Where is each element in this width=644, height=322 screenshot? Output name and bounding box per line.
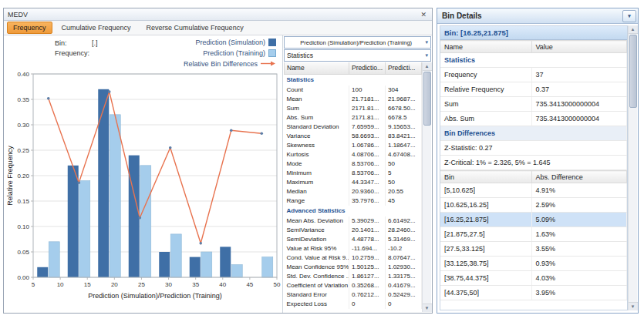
stat-name-cell: SemiVariance xyxy=(285,226,349,235)
scroll-down-icon[interactable]: ▼ xyxy=(629,302,638,310)
stat-value-cell: 304 xyxy=(386,86,422,95)
stats-row[interactable]: Coefficient of Variation0.35268...0.4167… xyxy=(285,281,422,290)
stats-table-container: Name Predictio... Predicti... Statistics… xyxy=(284,62,422,312)
bin-details-scrollbar[interactable]: ▲ ▼ xyxy=(628,25,637,310)
svg-text:0.00: 0.00 xyxy=(17,274,29,281)
stat-value-cell: 20.9360... xyxy=(349,187,386,196)
stats-section-row: Advanced Statistics xyxy=(285,206,422,216)
stats-row[interactable]: Mean21.7181...21.9687... xyxy=(285,95,422,104)
diff-col-abs-difference[interactable]: Abs. Difference xyxy=(531,171,627,183)
scrollbar-thumb[interactable] xyxy=(423,72,431,126)
stat-name-cell: Coefficient of Variation xyxy=(285,281,349,290)
stat-name-cell: Minimum xyxy=(285,169,349,178)
tab-cumulative-frequency[interactable]: Cumulative Frequency xyxy=(56,22,137,34)
chart-legend: Prediction (Simulation) Prediction (Trai… xyxy=(184,37,276,69)
stats-row[interactable]: Abs. Sum2171.81...6678.5 xyxy=(285,113,422,122)
stat-name-cell: Expected Loss xyxy=(285,300,349,309)
column-selector-dropdown[interactable]: Prediction (Simulation)/Prediction (Trai… xyxy=(284,36,431,49)
stat-value-cell: 1.86127... xyxy=(349,272,386,281)
stat-value-cell: 0.35268... xyxy=(349,281,386,290)
stat-value-cell: 100 xyxy=(349,86,386,95)
stat-name-cell: Standard Deviation xyxy=(285,122,349,132)
stat-value-cell: 45 xyxy=(386,196,422,206)
chart-pane: Bin: [.] Frequency: Prediction (Simulati… xyxy=(4,35,282,313)
legend-item-simulation: Prediction (Simulation) xyxy=(195,37,276,47)
stats-row[interactable]: Minimum8.53706...5 xyxy=(285,169,422,178)
bin-stats-table: Name Value Statistics Frequency37Relativ… xyxy=(440,40,627,126)
scroll-down-icon[interactable]: ▼ xyxy=(423,304,432,312)
stat-value-cell: 1.50125... xyxy=(349,263,386,272)
stats-row[interactable]: Standard Deviation7.65959...9.15653... xyxy=(285,122,422,132)
stat-value-cell: 8.53706... xyxy=(349,169,386,178)
stats-row[interactable]: Kurtosis4.08706...4.67408... xyxy=(285,150,422,159)
bin-details-header[interactable]: Bin Details ▾ xyxy=(437,8,638,24)
scrollbar-thumb[interactable] xyxy=(629,35,637,108)
stats-row[interactable]: Mode8.53706...50 xyxy=(285,159,422,169)
tab-bar: Frequency Cumulative Frequency Reverse C… xyxy=(4,21,432,35)
svg-text:Relative Frequency: Relative Frequency xyxy=(6,146,14,206)
stats-col-prediction-training[interactable]: Predicti... xyxy=(386,62,422,74)
stats-row[interactable]: SemiDeviation4.48778...5.31469... xyxy=(285,235,422,244)
svg-text:0.05: 0.05 xyxy=(17,249,29,256)
stats-row[interactable]: Expected Loss00 xyxy=(285,300,422,309)
bin-col-value[interactable]: Value xyxy=(531,41,627,53)
svg-text:50: 50 xyxy=(274,281,281,288)
stats-scrollbar[interactable]: ▲ ▼ xyxy=(422,62,431,312)
bin-diff-row[interactable]: [38.75,44.375]4.03% xyxy=(440,271,627,286)
svg-text:20: 20 xyxy=(111,281,118,288)
bin-diff-row[interactable]: [33.125,38.75]0.93% xyxy=(440,257,627,271)
bin-diff-row[interactable]: [16.25,21.875]5.09% xyxy=(440,213,627,227)
frequency-chart[interactable]: 0.000.050.100.150.200.250.300.350.405101… xyxy=(5,69,285,311)
diff-value-cell: 3.55% xyxy=(531,242,627,257)
svg-text:0.25: 0.25 xyxy=(17,147,29,154)
diff-col-bin[interactable]: Bin xyxy=(440,171,531,183)
legend-label-simulation: Prediction (Simulation) xyxy=(195,39,265,46)
scroll-up-icon[interactable]: ▲ xyxy=(423,62,432,71)
bin-diff-row[interactable]: [10.625,16.25]2.59% xyxy=(440,198,627,213)
bin-details-dropdown-button[interactable]: ▾ xyxy=(622,10,636,22)
hover-bin-label: Bin: xyxy=(55,39,92,49)
stat-value-cell: 5.39029... xyxy=(349,216,386,226)
diff-value-cell: 4.91% xyxy=(531,183,627,198)
stats-row[interactable]: Maximum44.3347...50 xyxy=(285,178,422,187)
stat-value-cell: 28.2460... xyxy=(386,226,422,235)
svg-text:10: 10 xyxy=(57,281,64,288)
stats-col-name[interactable]: Name xyxy=(285,62,349,74)
bin-diff-row[interactable]: [5,10.625]4.91% xyxy=(440,183,627,198)
stats-row[interactable]: Sum2171.81...6678.50... xyxy=(285,104,422,113)
stats-row[interactable]: Std. Dev. Confidence ...1.86127...1.3317… xyxy=(285,272,422,281)
stats-row[interactable]: Skewness1.06786...1.18647... xyxy=(285,141,422,150)
close-icon[interactable]: ✕ xyxy=(419,11,428,18)
hover-frequency-label: Frequency: xyxy=(55,49,92,59)
bin-diff-row[interactable]: [44.375,50]3.95% xyxy=(440,286,627,300)
stats-row[interactable]: Mean Confidence 95%1.50125...1.02930... xyxy=(285,263,422,272)
legend-item-differences: Relative Bin Differences xyxy=(184,59,276,69)
bin-differences-table: Bin Abs. Difference [5,10.625]4.91%[10.6… xyxy=(440,170,627,300)
stats-table: Name Predictio... Predicti... Statistics… xyxy=(284,62,422,309)
stats-col-prediction-simulation[interactable]: Predictio... xyxy=(349,62,386,74)
stat-value-cell: 2171.81... xyxy=(349,104,386,113)
stat-value-cell: 1.06786... xyxy=(349,141,386,150)
stat-name-cell: Mean Confidence 95% xyxy=(285,263,349,272)
stat-name-cell: Sum xyxy=(285,104,349,113)
stat-name-cell: Variance xyxy=(285,132,349,141)
stats-row[interactable]: Standard Error0.76212...0.52429... xyxy=(285,290,422,300)
stats-row[interactable]: Range35.7976...45 xyxy=(285,196,422,206)
bin-diff-row[interactable]: [27.5,33.125]3.55% xyxy=(440,242,627,257)
stats-row[interactable]: Variance58.6693...83.8421... xyxy=(285,132,422,141)
bin-hover-info: Bin: [.] Frequency: xyxy=(55,39,98,59)
scroll-up-icon[interactable]: ▲ xyxy=(629,25,638,34)
statistics-pane: Prediction (Simulation)/Prediction (Trai… xyxy=(282,35,432,313)
stats-row[interactable]: SemiVariance20.1401...28.2460... xyxy=(285,226,422,235)
stat-value-cell: 20.55 xyxy=(386,187,422,196)
stats-row[interactable]: Median20.9360...20.55 xyxy=(285,187,422,196)
stats-row[interactable]: Value at Risk 95%-11.694...-10.2 xyxy=(285,244,422,253)
view-selector-dropdown[interactable]: Statistics ▾ xyxy=(284,49,431,62)
bin-col-name[interactable]: Name xyxy=(440,41,531,53)
stats-row[interactable]: Count100304 xyxy=(285,86,422,95)
bin-diff-row[interactable]: [21.875,27.5]1.63% xyxy=(440,227,627,242)
stats-row[interactable]: Mean Abs. Deviation5.39029...6.61492... xyxy=(285,216,422,226)
tab-frequency[interactable]: Frequency xyxy=(7,22,52,34)
tab-reverse-cumulative-frequency[interactable]: Reverse Cumulative Frequency xyxy=(140,22,250,34)
stats-row[interactable]: Cond. Value at Risk 9...10.2759...8.0764… xyxy=(285,253,422,263)
